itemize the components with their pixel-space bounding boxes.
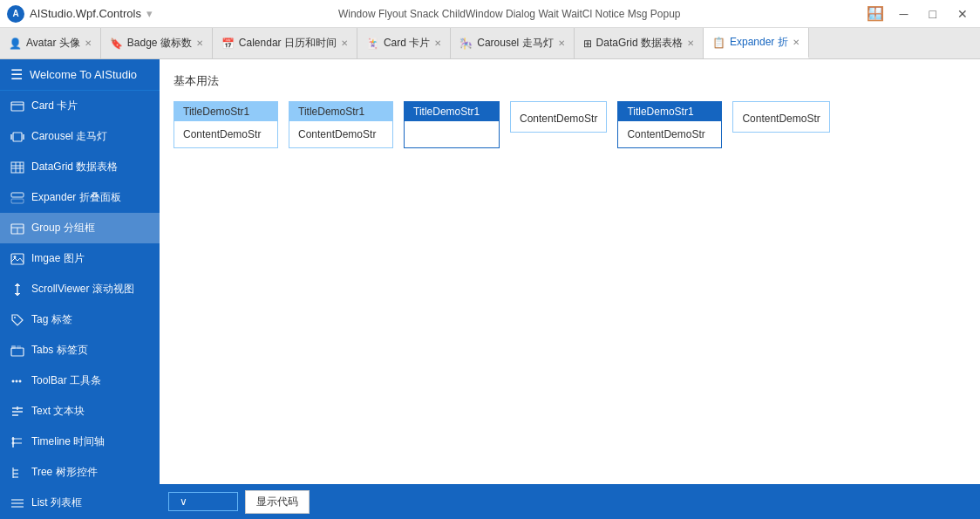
sidebar-item-group-label: Group 分组框 — [31, 221, 95, 236]
tab-calendar-icon: 📅 — [221, 38, 235, 50]
group-box-3-header: TitleDemoStr1 — [405, 102, 499, 121]
main-layout: ☰ Welcome To AIStudio Card 卡片 Carousel 走… — [0, 59, 980, 519]
maximize-button[interactable]: □ — [924, 5, 942, 23]
tab-badge-close[interactable]: ✕ — [196, 38, 203, 48]
group-box-6-content: ContentDemoStr — [733, 102, 828, 132]
datagrid-icon — [10, 160, 24, 174]
sidebar-item-tree[interactable]: Tree 树形控件 — [0, 457, 160, 488]
group-box-1-header: TitleDemoStr1 — [174, 102, 277, 121]
sidebar-title: Welcome To AIStudio — [30, 68, 137, 81]
tab-badge[interactable]: 🔖 Badge 徽标数 ✕ — [101, 28, 213, 58]
tab-expander[interactable]: 📋 Expander 折 ✕ — [704, 28, 809, 58]
svg-rect-20 — [11, 345, 16, 349]
tab-calendar[interactable]: 📅 Calendar 日历和时间 ✕ — [213, 28, 357, 58]
tab-badge-label: Badge 徽标数 — [127, 36, 192, 51]
select-arrow-icon: ∨ — [180, 495, 187, 508]
sidebar-item-card-label: Card 卡片 — [31, 99, 78, 113]
sidebar-item-text[interactable]: Text 文本块 — [0, 396, 160, 427]
svg-point-23 — [16, 379, 18, 382]
sidebar-item-scroll-label: ScrollViewer 滚动视图 — [31, 282, 134, 297]
sidebar-item-list[interactable]: List 列表框 — [0, 488, 160, 518]
sidebar-item-expander-label: Expander 折叠面板 — [31, 190, 121, 205]
svg-rect-10 — [11, 193, 24, 197]
sidebar-item-text-label: Text 文本块 — [31, 404, 85, 419]
tab-datagrid-label: DataGrid 数据表格 — [596, 36, 683, 51]
svg-point-18 — [14, 317, 16, 318]
sidebar-item-datagrid[interactable]: DataGrid 数据表格 — [0, 152, 160, 182]
hamburger-icon[interactable]: ☰ — [10, 66, 23, 83]
content-area: 基本用法 TitleDemoStr1 ContentDemoStr TitleD… — [160, 59, 980, 519]
tab-expander-close[interactable]: ✕ — [793, 38, 800, 47]
app-name: AIStudio.Wpf.Controls — [30, 7, 141, 20]
tab-expander-label: Expander 折 — [730, 35, 788, 50]
sidebar-item-tree-label: Tree 树形控件 — [31, 465, 98, 480]
scroll-icon — [10, 283, 24, 297]
tab-card-close[interactable]: ✕ — [434, 38, 441, 48]
sidebar-item-expander[interactable]: Expander 折叠面板 — [0, 182, 160, 213]
bottom-select[interactable]: ∨ — [168, 492, 238, 511]
close-button[interactable]: ✕ — [952, 5, 973, 23]
sidebar-item-group[interactable]: Group 分组框 — [0, 213, 160, 243]
group-box-6: ContentDemoStr — [732, 101, 829, 133]
svg-rect-5 — [11, 162, 24, 173]
section-label: 基本用法 — [174, 73, 966, 89]
tab-avatar-close[interactable]: ✕ — [85, 38, 92, 48]
sidebar-header: ☰ Welcome To AIStudio — [0, 59, 160, 91]
tab-avatar-label: Avatar 头像 — [26, 36, 80, 51]
tab-card-label: Card 卡片 — [384, 36, 430, 51]
toolbar-icon — [10, 374, 24, 388]
tab-datagrid-icon: ⊞ — [583, 38, 592, 50]
svg-rect-15 — [11, 254, 24, 264]
svg-rect-11 — [11, 199, 24, 203]
tab-carousel-label: Carousel 走马灯 — [477, 36, 553, 51]
sidebar-item-list-label: List 列表框 — [31, 495, 82, 510]
group-box-3: TitleDemoStr1 — [404, 101, 500, 148]
sidebar-item-timeline-label: Timeline 时间轴 — [31, 434, 105, 449]
tab-avatar-icon: 👤 — [9, 38, 22, 50]
group-box-5-content: ContentDemoStr — [618, 121, 721, 147]
expander-icon — [10, 191, 24, 205]
tab-datagrid-close[interactable]: ✕ — [687, 38, 694, 48]
sidebar-item-tag[interactable]: Tag 标签 — [0, 304, 160, 335]
group-box-3-content — [405, 121, 499, 147]
sidebar-item-image[interactable]: Imgae 图片 — [0, 243, 160, 274]
sidebar-item-datagrid-label: DataGrid 数据表格 — [31, 160, 118, 174]
tabs-icon — [10, 344, 24, 358]
group-box-1-content: ContentDemoStr — [174, 121, 277, 147]
tab-card[interactable]: 🃏 Card 卡片 ✕ — [357, 28, 451, 58]
list-icon — [10, 496, 24, 510]
tab-datagrid[interactable]: ⊞ DataGrid 数据表格 ✕ — [575, 28, 704, 58]
sidebar-item-scroll[interactable]: ScrollViewer 滚动视图 — [0, 274, 160, 304]
tab-carousel-icon: 🎠 — [459, 38, 473, 50]
group-box-5-header: TitleDemoStr1 — [618, 102, 721, 121]
minimize-button[interactable]: ─ — [895, 5, 914, 23]
group-box-4: ContentDemoStr — [510, 101, 607, 133]
tab-avatar[interactable]: 👤 Avatar 头像 ✕ — [0, 28, 101, 58]
sidebar: ☰ Welcome To AIStudio Card 卡片 Carousel 走… — [0, 59, 160, 519]
carousel-icon — [10, 130, 24, 144]
group-box-2-content: ContentDemoStr — [289, 121, 392, 147]
demo-area: TitleDemoStr1 ContentDemoStr TitleDemoSt… — [174, 101, 966, 148]
sidebar-item-tabs[interactable]: Tabs 标签页 — [0, 335, 160, 365]
group-icon — [10, 222, 24, 236]
tab-calendar-close[interactable]: ✕ — [341, 38, 348, 48]
content-inner: 基本用法 TitleDemoStr1 ContentDemoStr TitleD… — [160, 59, 980, 484]
tab-expander-icon: 📋 — [712, 37, 725, 49]
sidebar-item-toolbar[interactable]: ToolBar 工具条 — [0, 365, 160, 396]
menu-indicator[interactable]: ▾ — [146, 7, 153, 20]
sidebar-item-toolbar-label: ToolBar 工具条 — [31, 373, 101, 388]
svg-rect-0 — [11, 102, 24, 111]
title-bar-controls: 🪟 ─ □ ✕ — [867, 5, 973, 23]
show-code-button[interactable]: 显示代码 — [245, 490, 310, 514]
tree-icon — [10, 466, 24, 480]
svg-point-22 — [12, 379, 15, 382]
tab-carousel-close[interactable]: ✕ — [558, 38, 565, 48]
text-icon — [10, 405, 24, 419]
sidebar-item-card[interactable]: Card 卡片 — [0, 91, 160, 121]
title-bar-left: A AIStudio.Wpf.Controls ▾ — [7, 5, 153, 23]
sidebar-item-carousel-label: Carousel 走马灯 — [31, 129, 107, 144]
tab-carousel[interactable]: 🎠 Carousel 走马灯 ✕ — [451, 28, 574, 58]
sidebar-item-timeline[interactable]: Timeline 时间轴 — [0, 427, 160, 457]
sidebar-item-carousel[interactable]: Carousel 走马灯 — [0, 121, 160, 152]
sidebar-item-tabs-label: Tabs 标签页 — [31, 343, 88, 358]
